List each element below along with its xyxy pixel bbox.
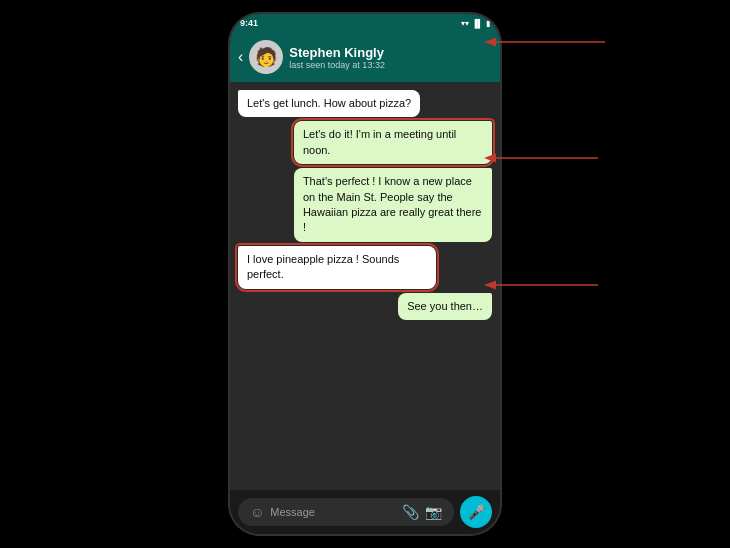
signal-icon: ▐▌: [472, 19, 483, 28]
mic-icon: 🎤: [468, 504, 485, 520]
longpress-word: LongPress: [608, 141, 670, 155]
input-bar: ☺ Message 📎 📷 🎤: [230, 490, 500, 534]
message-received-4[interactable]: I love pineapple pizza ! Sounds perfect.: [238, 246, 436, 289]
longpress-annotation: LongPress toselect: [608, 140, 683, 174]
message-text-1: Let's get lunch. How about pizza?: [247, 97, 411, 109]
tap-annotation: Tap to seeprofile: [608, 24, 664, 58]
header-info: Stephen Kingly last seen today at 13:32: [289, 45, 492, 70]
contact-name: Stephen Kingly: [289, 45, 492, 60]
emoji-icon[interactable]: ☺: [250, 504, 264, 520]
tap-word: Tap: [608, 25, 628, 39]
message-sent-3[interactable]: That's perfect ! I know a new place on t…: [294, 168, 492, 242]
mic-button[interactable]: 🎤: [460, 496, 492, 528]
swipe-annotation: Swipe left to right to reply: [608, 263, 679, 297]
message-text-2: Let's do it! I'm in a meeting until noon…: [303, 128, 456, 155]
camera-icon[interactable]: 📷: [425, 504, 442, 520]
message-text-5: See you then…: [407, 300, 483, 312]
back-button[interactable]: ‹: [238, 48, 243, 66]
avatar[interactable]: 🧑: [249, 40, 283, 74]
battery-icon: ▮: [486, 19, 490, 28]
chat-area: Let's get lunch. How about pizza? Let's …: [230, 82, 500, 490]
message-sent-5[interactable]: See you then…: [398, 293, 492, 320]
swipe-word: Swipe left to: [608, 264, 679, 278]
message-text-4: I love pineapple pizza ! Sounds perfect.: [247, 253, 399, 280]
contact-status: last seen today at 13:32: [289, 60, 492, 70]
chat-header[interactable]: ‹ 🧑 Stephen Kingly last seen today at 13…: [230, 32, 500, 82]
wifi-icon: ▾▾: [461, 19, 469, 28]
message-text-3: That's perfect ! I know a new place on t…: [303, 175, 482, 233]
attach-icon[interactable]: 📎: [402, 504, 419, 520]
message-input-container[interactable]: ☺ Message 📎 📷: [238, 498, 454, 526]
avatar-emoji: 🧑: [255, 46, 277, 68]
status-icons: ▾▾ ▐▌ ▮: [461, 19, 490, 28]
status-time: 9:41: [240, 18, 258, 28]
status-bar: 9:41 ▾▾ ▐▌ ▮: [230, 14, 500, 32]
message-sent-2[interactable]: Let's do it! I'm in a meeting until noon…: [294, 121, 492, 164]
message-received-1[interactable]: Let's get lunch. How about pizza?: [238, 90, 420, 117]
message-placeholder: Message: [270, 506, 315, 518]
phone-frame: 9:41 ▾▾ ▐▌ ▮ ‹ 🧑 Stephen Kingly last see…: [230, 14, 500, 534]
